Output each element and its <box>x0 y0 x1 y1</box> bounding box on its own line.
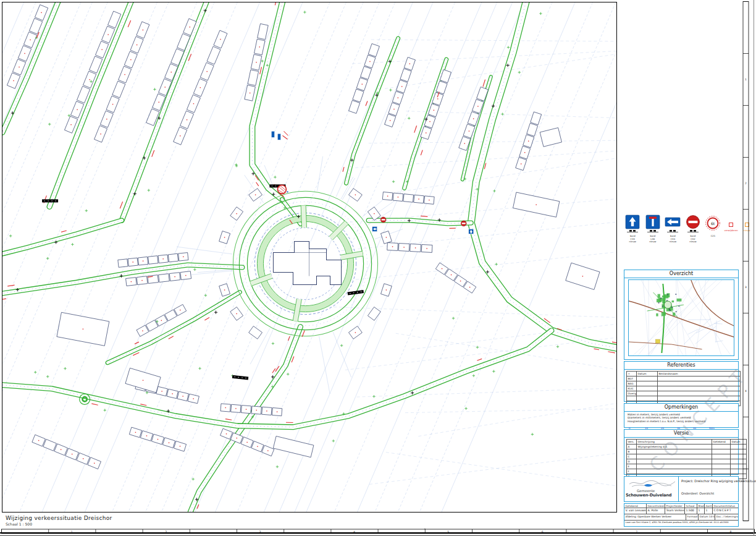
table-cell <box>712 449 731 454</box>
col-header: Getekend <box>712 439 731 444</box>
sign-caption: nieuw <box>629 240 636 244</box>
table-cell <box>658 381 741 386</box>
versie-table: Vers.OmschrijvingGetekendDatumAWijziging… <box>626 439 747 479</box>
island-map-icon <box>626 478 676 488</box>
dead-end-sign: bordL08nieuw <box>643 214 663 244</box>
table-cell: B <box>627 449 637 454</box>
table-cell: F <box>627 469 637 474</box>
table-row: B <box>627 449 747 454</box>
table-row: AWijzigingstekening d.d. <box>627 444 747 449</box>
remove-marker: verwijderen <box>723 223 739 232</box>
projectleider-value: Team Verkeer <box>665 508 685 514</box>
table-row <box>627 396 741 401</box>
table-cell: C <box>627 454 637 459</box>
marker-label: verwijderen <box>724 229 737 232</box>
table-row: BGT <box>627 376 741 381</box>
getekend-value: V. van Leeuwen <box>624 508 647 514</box>
table-cell: KLIC <box>627 386 637 391</box>
table-cell <box>712 469 731 474</box>
overzicht-panel: Overzicht <box>624 270 739 360</box>
table-cell: E <box>627 464 637 469</box>
overview-minimap <box>628 279 734 356</box>
col-header: Bestandsnaam <box>658 371 741 376</box>
table-cell <box>658 396 741 401</box>
svg-text:4: 4 <box>745 389 747 393</box>
address-line: Laan van Sint Hilaire 2, 4301 SK Zierikz… <box>624 521 738 525</box>
remarks-lines: Maten in meters, tenzij anders vermeldDi… <box>624 412 738 423</box>
referenties-panel: Referenties +DatumBestandsnaamBGTBAGKLIC… <box>624 361 739 402</box>
blad-label: Blad <box>697 504 705 508</box>
right-ruler: 1234 <box>741 1 750 524</box>
no-entry-sign: bordC02nieuw <box>683 214 704 244</box>
map-no-entry-sign-icon <box>461 221 466 226</box>
opmerkingen-panel: Opmerkingen Maten in meters, tenzij ande… <box>624 403 739 428</box>
table-cell <box>637 459 712 464</box>
table-cell: Wijzigingstekening d.d. <box>637 444 712 449</box>
table-cell: Overig <box>627 391 637 396</box>
table-cell <box>637 376 658 381</box>
svg-text:3: 3 <box>745 286 747 289</box>
table-cell <box>637 386 658 391</box>
table-cell: BAG <box>627 381 637 386</box>
gecontroleerd-value: A. Polle <box>647 508 665 514</box>
sheet-title: Wijziging verkeerssituatie Dreischor <box>6 515 112 521</box>
aantal-value: 1 <box>705 508 713 514</box>
map-oneway-sign-icon <box>372 226 377 231</box>
table-row: KLIC <box>627 386 741 391</box>
projectleider-label: Projectleider <box>665 504 685 508</box>
datum-value: 14-07-2020 <box>709 515 715 518</box>
datum-label: Datum <box>700 515 708 518</box>
table-cell <box>637 454 712 459</box>
sign-caption: nieuw <box>670 240 676 244</box>
map-frame <box>2 2 617 513</box>
opmerkingen-title: Opmerkingen <box>624 404 738 412</box>
overzicht-title: Overzicht <box>624 270 738 278</box>
project-panel: Gemeente Schouwen-Duiveland Project: Dre… <box>624 476 739 502</box>
table-row: D <box>627 459 747 464</box>
aantal-label: Aantal <box>705 504 713 508</box>
sheet-edge-line <box>0 535 756 536</box>
paper-edge <box>754 0 754 536</box>
table-cell <box>637 464 712 469</box>
svg-text:6t: 6t <box>711 221 715 226</box>
status-label: Documentstatus <box>713 504 738 508</box>
table-cell <box>637 396 658 401</box>
svg-text:1: 1 <box>745 78 747 81</box>
gemeente-logo: Gemeente Schouwen-Duiveland <box>624 477 679 501</box>
bottom-ruler: 12345678 <box>1 525 755 532</box>
table-row: E <box>627 464 747 469</box>
formaat-label: Formaat <box>687 515 698 518</box>
sheet-fold-line <box>0 532 756 534</box>
blad-value: 1 <box>697 508 705 514</box>
table-cell <box>658 386 741 391</box>
gecontroleerd-label: Gecontroleerd <box>647 504 665 508</box>
getekend-label: Getekend <box>624 504 647 508</box>
table-cell <box>712 454 731 459</box>
table-row: BAG <box>627 381 741 386</box>
docnr-label: Doc. / tekeningnummer <box>716 515 739 518</box>
map-oneway-sign-icon <box>469 229 474 234</box>
sign-caption: nieuw <box>649 240 656 244</box>
arrow-up-sign: bordC03nieuw <box>623 214 643 244</box>
table-cell: BGT <box>627 376 637 381</box>
sign-caption: nieuw <box>689 240 696 244</box>
table-cell <box>712 444 731 449</box>
table-row: C <box>627 454 747 459</box>
legend-signs: bordC03nieuwbordL08nieuwbordC04nieuwbord… <box>623 214 755 260</box>
info-panel: Getekend Gecontroleerd Projectleider Sch… <box>624 503 739 527</box>
referenties-title: Referenties <box>624 362 738 370</box>
drawing-sheet: Wijziging verkeerssituatie Dreischor Sch… <box>0 0 756 536</box>
table-cell <box>712 459 731 464</box>
onderdeel-label: Onderdeel: Overzicht <box>681 491 714 495</box>
table-row: Overig <box>627 391 741 396</box>
table-cell <box>637 381 658 386</box>
col-header: + <box>627 371 637 376</box>
schaal-label: Schaal <box>685 504 697 508</box>
table-cell <box>658 376 741 381</box>
table-cell <box>712 464 731 469</box>
max-6t-sign: 6tC21 <box>703 214 723 238</box>
versie-panel: Versie Vers.OmschrijvingGetekendDatumAWi… <box>624 429 739 475</box>
versie-title: Versie <box>624 430 738 438</box>
col-header: Omschrijving <box>637 439 712 444</box>
table-cell <box>637 469 712 474</box>
